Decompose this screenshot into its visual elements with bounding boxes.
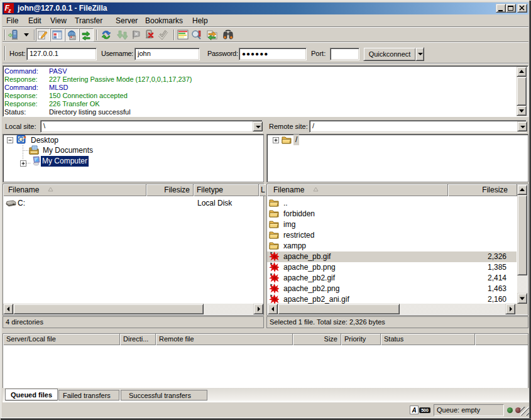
svg-text:z: z	[8, 8, 11, 14]
